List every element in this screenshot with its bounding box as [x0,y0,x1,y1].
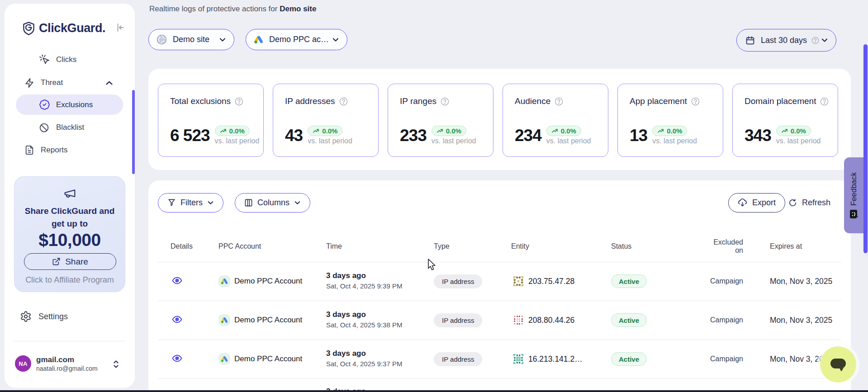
stat-value: 43 [285,126,303,145]
table-row: Demo PPC Account 3 days ago Sat, Oct 4, … [171,340,839,378]
stat-caption: vs. last period [546,137,591,145]
identicon [513,315,523,325]
export-button[interactable]: Export [728,193,785,213]
trending-up-icon [551,128,558,134]
sidebar-divider [14,341,126,341]
chevron-up-icon[interactable] [105,79,113,87]
trending-up-icon [657,128,664,134]
time-absolute: Sat, Oct 4, 2025 9:37 PM [326,359,434,369]
expires-at-value: Mon, Nov 3, 2025 [743,316,839,325]
sidebar-item-label: Settings [38,312,68,321]
help-circle-icon[interactable] [235,97,243,106]
column-header-entity[interactable]: Entity [511,236,611,256]
chat-bubble-icon [830,357,847,372]
trending-up-icon [220,128,227,134]
chat-widget-button[interactable] [820,346,856,383]
bolt-icon [24,77,35,89]
stat-card-domain-placement: Domain placement 343 0.0% vs. last perio… [732,84,838,157]
brand-logo: ClickGuard. [23,21,105,35]
stat-card-total-exclusions: Total exclusions 6 523 0.0% vs. last per… [158,84,264,157]
entity-value: 16.213.141.2… [528,354,583,364]
feedback-label: Feedback [849,172,859,206]
sidebar-scrollbar[interactable] [132,90,135,174]
table-row: Demo PPC Account 3 days ago Sat, Oct 4, … [171,262,839,301]
chevron-down-icon [207,199,214,206]
sidebar-item-clicks[interactable]: Clicks [5,50,135,70]
stat-value: 233 [400,126,427,145]
promo-headline: Share ClickGuard and get up to [14,205,125,230]
share-button[interactable]: Share [24,253,116,270]
site-selector[interactable]: Demo site [148,29,234,50]
stat-label: IP ranges [400,96,436,106]
ppc-account-name: Demo PPC Account [234,354,302,364]
user-account[interactable]: NA gmail.com naatali.ro@gmail.com [15,355,125,373]
sidebar-item-threat[interactable]: Threat [5,73,135,93]
refresh-button[interactable]: Refresh [788,193,830,213]
trending-up-icon [781,128,788,134]
status-badge: Active [611,313,647,327]
badge-check-icon [39,99,50,110]
time-absolute: Sat, Oct 4, 2025 9:38 PM [326,320,434,331]
sidebar-collapse-icon[interactable] [115,23,125,33]
entity-value: 203.75.47.28 [528,277,574,286]
page-scrollbar-thumb[interactable] [863,44,868,253]
sidebar-item-blacklist[interactable]: Blacklist [5,118,135,137]
gear-icon [20,311,32,322]
external-link-icon [52,257,61,266]
column-header-ppc-account[interactable]: PPC Account [218,236,326,256]
view-details-eye-icon[interactable] [172,277,182,284]
affiliate-link[interactable]: Click to Affiliate Program [14,275,125,285]
help-circle-icon[interactable] [339,97,348,106]
google-ads-icon [218,353,230,365]
stat-label: Domain placement [745,96,816,106]
megaphone-icon [14,187,125,200]
column-header-expires-at[interactable]: Expires at [743,236,839,256]
ppc-account-selector-value: Demo PPC ac… [269,35,329,44]
column-header-type[interactable]: Type [434,236,511,256]
refresh-icon [788,198,797,207]
feedback-tab[interactable]: Feedback [844,157,863,233]
clickguard-shield-icon [23,22,35,35]
sidebar: ClickGuard. Clicks Threat [5,4,135,388]
help-circle-icon[interactable] [441,97,449,106]
view-details-eye-icon[interactable] [172,316,182,323]
sidebar-item-exclusions[interactable]: Exclusions [16,94,123,115]
stat-value: 234 [515,126,541,145]
identicon [513,354,523,364]
help-circle-icon [811,37,819,44]
stat-delta-badge: 0.0% [546,126,581,136]
time-relative: 3 days ago [326,271,434,281]
ban-icon [39,123,49,133]
help-circle-icon[interactable] [820,97,829,106]
ppc-account-selector[interactable]: Demo PPC ac… [246,29,347,50]
user-email: naatali.ro@gmail.com [36,365,98,372]
stat-value: 13 [630,126,647,145]
column-header-status[interactable]: Status [611,236,683,256]
column-header-details[interactable]: Details [171,236,218,256]
view-details-eye-icon[interactable] [172,354,182,362]
help-circle-icon[interactable] [691,97,700,106]
stat-delta-badge: 0.0% [308,126,342,136]
google-ads-icon [254,35,263,44]
excluded-on-value: Campaign [683,355,743,363]
date-range-selector[interactable]: Last 30 days [736,29,836,52]
filters-button[interactable]: Filters [158,193,223,213]
chevron-down-icon [219,36,226,43]
brand-name: ClickGuard. [39,21,105,35]
column-header-excluded-on[interactable]: Excluded on [683,236,743,256]
column-header-time[interactable]: Time [326,236,434,256]
sidebar-item-settings[interactable]: Settings [5,307,135,326]
stat-caption: vs. last period [308,137,352,145]
date-range-value: Last 30 days [761,36,807,45]
globe-icon [157,34,167,45]
document-icon [24,145,34,156]
google-ads-icon [218,314,230,326]
stat-delta-badge: 0.0% [652,126,687,136]
columns-button[interactable]: Columns [235,193,310,213]
stat-card-ip-addresses: IP addresses 43 0.0% vs. last period [273,84,379,157]
exclusions-table-panel: Filters Columns Export Refresh De [148,180,851,392]
stat-delta-badge: 0.0% [432,126,466,136]
sidebar-item-reports[interactable]: Reports [5,140,135,160]
sidebar-item-label: Exclusions [56,100,93,109]
help-circle-icon[interactable] [555,97,563,106]
